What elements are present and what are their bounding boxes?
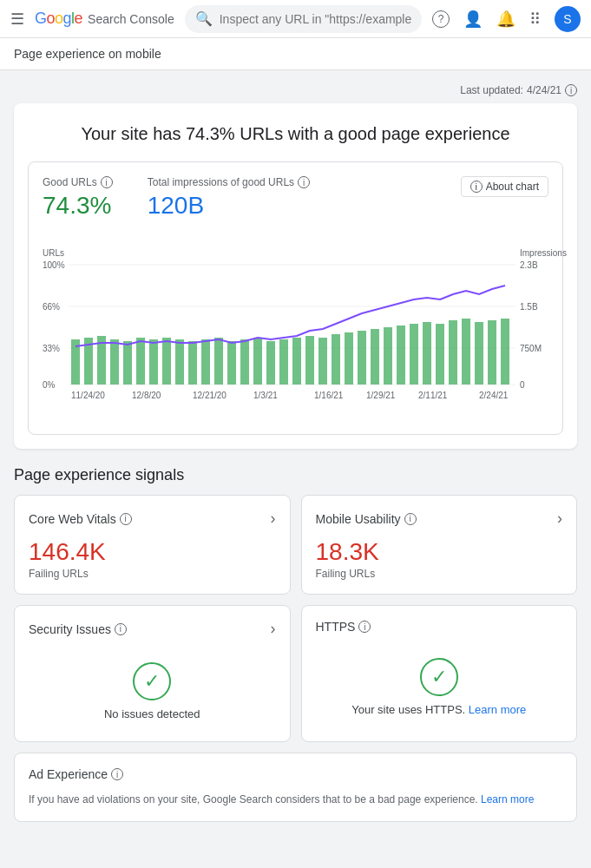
svg-rect-39: [397, 326, 405, 385]
mu-info-icon[interactable]: i: [404, 513, 417, 525]
svg-rect-21: [162, 338, 171, 385]
svg-rect-22: [175, 339, 184, 385]
logo-o1: o: [47, 10, 56, 27]
svg-rect-23: [188, 341, 197, 385]
accounts-icon[interactable]: 👤: [463, 10, 483, 29]
search-bar[interactable]: 🔍: [185, 5, 422, 33]
svg-rect-33: [318, 338, 327, 385]
https-check-icon: ✓: [420, 658, 458, 696]
svg-text:0%: 0%: [43, 380, 56, 390]
mu-chevron-icon: ›: [557, 510, 562, 528]
svg-text:1/29/21: 1/29/21: [366, 391, 396, 400]
impressions-metric: Total impressions of good URLs i 120B: [148, 176, 310, 220]
logo-g: G: [35, 10, 47, 27]
mobile-usability-title: Mobile Usability i: [316, 512, 417, 526]
svg-rect-47: [501, 319, 509, 385]
cwv-info-icon[interactable]: i: [120, 513, 132, 525]
good-urls-metric: Good URLs i 74.3%: [43, 176, 113, 220]
https-card[interactable]: HTTPS i ✓ Your site uses HTTPS. Learn mo…: [301, 605, 578, 742]
https-info-icon[interactable]: i: [358, 621, 371, 633]
svg-rect-46: [488, 320, 496, 385]
core-web-vitals-card[interactable]: Core Web Vitals i › 146.4K Failing URLs: [14, 495, 291, 595]
svg-rect-42: [436, 324, 444, 385]
svg-rect-40: [410, 324, 418, 385]
svg-text:2.3B: 2.3B: [520, 260, 538, 270]
svg-text:750M: 750M: [520, 344, 542, 353]
app-name: Search Console: [88, 12, 174, 26]
svg-rect-35: [345, 332, 353, 385]
svg-text:2/24/21: 2/24/21: [479, 391, 509, 400]
avatar[interactable]: S: [555, 6, 581, 32]
security-issues-title: Security Issues i: [29, 622, 127, 636]
header-icons: ? 👤 🔔 ⠿ S: [432, 6, 581, 32]
svg-rect-20: [149, 339, 158, 385]
svg-rect-45: [475, 322, 483, 385]
chart-area: URLs 100% 66% 33% 0% 2.3B 1.5B 750M 0 Im…: [43, 244, 548, 420]
si-chevron-icon: ›: [271, 620, 276, 638]
mu-failing-value: 18.3K: [316, 538, 563, 566]
svg-text:URLs: URLs: [43, 248, 64, 258]
svg-rect-27: [240, 339, 249, 385]
svg-text:0: 0: [520, 380, 525, 390]
help-icon[interactable]: ?: [432, 10, 450, 28]
cwv-failing-value: 146.4K: [29, 538, 276, 566]
svg-rect-19: [136, 338, 145, 385]
about-chart-button[interactable]: i About chart: [461, 176, 548, 197]
security-issues-card[interactable]: Security Issues i › ✓ No issues detected: [14, 605, 291, 742]
search-icon: 🔍: [195, 10, 213, 27]
impressions-info-icon[interactable]: i: [298, 176, 310, 188]
good-urls-info-icon[interactable]: i: [101, 176, 113, 188]
svg-text:1.5B: 1.5B: [520, 302, 538, 312]
svg-rect-44: [462, 319, 470, 385]
svg-text:33%: 33%: [43, 344, 60, 353]
security-ok-text: No issues detected: [29, 707, 276, 720]
security-ok-section: ✓ No issues detected: [29, 648, 276, 727]
mobile-usability-card[interactable]: Mobile Usability i › 18.3K Failing URLs: [301, 495, 578, 595]
core-web-vitals-title: Core Web Vitals i: [29, 512, 132, 526]
ad-learn-more-link[interactable]: Learn more: [481, 793, 534, 806]
svg-rect-32: [305, 336, 314, 385]
signals-title: Page experience signals: [14, 466, 577, 484]
svg-text:Impressions: Impressions: [520, 248, 567, 258]
svg-rect-28: [253, 338, 262, 385]
logo-g2: g: [63, 10, 72, 27]
svg-rect-34: [332, 334, 340, 385]
last-updated-info-icon[interactable]: i: [565, 84, 577, 96]
svg-rect-17: [110, 339, 119, 385]
ad-experience-card[interactable]: Ad Experience i If you have ad violation…: [14, 753, 577, 822]
hero-section: Your site has 74.3% URLs with a good pag…: [14, 103, 577, 449]
svg-rect-26: [227, 341, 236, 385]
chart-svg: URLs 100% 66% 33% 0% 2.3B 1.5B 750M 0 Im…: [43, 244, 546, 418]
svg-text:2/11/21: 2/11/21: [418, 391, 448, 400]
svg-rect-30: [279, 339, 288, 385]
svg-rect-24: [201, 339, 210, 385]
svg-rect-43: [449, 320, 457, 385]
https-text: Your site uses HTTPS. Learn more: [316, 703, 563, 716]
hero-title: Your site has 74.3% URLs with a good pag…: [28, 124, 563, 144]
svg-text:100%: 100%: [43, 260, 65, 270]
last-updated-bar: Last updated: 4/24/21 i: [14, 84, 577, 96]
ad-info-icon[interactable]: i: [111, 768, 123, 780]
bar-chart: [71, 319, 509, 385]
https-learn-more-link[interactable]: Learn more: [469, 703, 526, 716]
si-info-icon[interactable]: i: [115, 623, 127, 635]
svg-rect-31: [292, 338, 301, 385]
menu-icon[interactable]: ☰: [10, 10, 24, 29]
header-logo: Google Search Console: [35, 10, 174, 28]
signals-grid: Core Web Vitals i › 146.4K Failing URLs …: [14, 495, 577, 822]
logo-o2: o: [55, 10, 63, 27]
search-input[interactable]: [220, 12, 411, 26]
svg-rect-25: [214, 338, 223, 385]
notifications-icon[interactable]: 🔔: [496, 10, 515, 29]
svg-text:11/24/20: 11/24/20: [71, 391, 105, 400]
chart-metrics: Good URLs i 74.3% Total impressions of g…: [43, 176, 310, 220]
svg-text:66%: 66%: [43, 302, 60, 312]
svg-rect-41: [423, 322, 431, 385]
svg-rect-29: [266, 341, 275, 385]
about-chart-info-icon: i: [470, 181, 483, 193]
apps-icon[interactable]: ⠿: [529, 10, 541, 29]
breadcrumb: Page experience on mobile: [0, 38, 591, 70]
last-updated-label: Last updated:: [460, 84, 523, 96]
https-ok-section: ✓ Your site uses HTTPS. Learn more: [316, 644, 563, 723]
svg-text:12/21/20: 12/21/20: [193, 391, 227, 400]
